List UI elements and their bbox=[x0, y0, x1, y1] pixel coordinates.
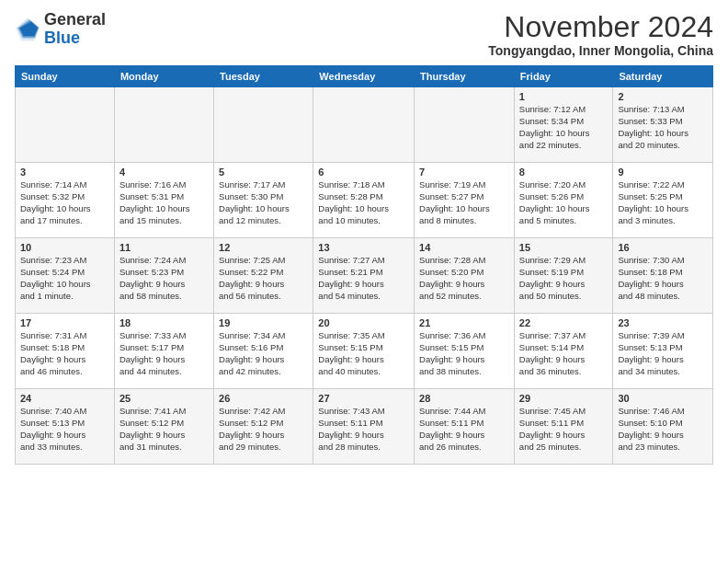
day-info: Sunrise: 7:46 AM Sunset: 5:10 PM Dayligh… bbox=[618, 406, 708, 453]
weekday-header-monday: Monday bbox=[114, 66, 213, 87]
day-cell-29: 29Sunrise: 7:45 AM Sunset: 5:11 PM Dayli… bbox=[514, 389, 613, 465]
day-info: Sunrise: 7:13 AM Sunset: 5:33 PM Dayligh… bbox=[618, 104, 708, 151]
day-info: Sunrise: 7:43 AM Sunset: 5:11 PM Dayligh… bbox=[318, 406, 409, 453]
day-number: 17 bbox=[20, 317, 109, 328]
day-number: 2 bbox=[618, 91, 708, 102]
day-info: Sunrise: 7:33 AM Sunset: 5:17 PM Dayligh… bbox=[119, 330, 209, 377]
day-info: Sunrise: 7:36 AM Sunset: 5:15 PM Dayligh… bbox=[419, 330, 509, 377]
day-cell-9: 9Sunrise: 7:22 AM Sunset: 5:25 PM Daylig… bbox=[613, 163, 713, 238]
day-number: 20 bbox=[318, 317, 409, 328]
day-cell-14: 14Sunrise: 7:28 AM Sunset: 5:20 PM Dayli… bbox=[415, 238, 515, 314]
day-info: Sunrise: 7:27 AM Sunset: 5:21 PM Dayligh… bbox=[318, 255, 409, 302]
empty-cell bbox=[214, 87, 313, 163]
day-cell-10: 10Sunrise: 7:23 AM Sunset: 5:24 PM Dayli… bbox=[16, 238, 115, 314]
day-info: Sunrise: 7:31 AM Sunset: 5:18 PM Dayligh… bbox=[20, 330, 109, 377]
month-title: November 2024 bbox=[488, 11, 713, 43]
day-info: Sunrise: 7:19 AM Sunset: 5:27 PM Dayligh… bbox=[419, 179, 509, 226]
day-info: Sunrise: 7:30 AM Sunset: 5:18 PM Dayligh… bbox=[618, 255, 708, 302]
day-cell-30: 30Sunrise: 7:46 AM Sunset: 5:10 PM Dayli… bbox=[613, 389, 713, 465]
day-info: Sunrise: 7:35 AM Sunset: 5:15 PM Dayligh… bbox=[318, 330, 409, 377]
day-cell-22: 22Sunrise: 7:37 AM Sunset: 5:14 PM Dayli… bbox=[514, 314, 613, 389]
day-cell-28: 28Sunrise: 7:44 AM Sunset: 5:11 PM Dayli… bbox=[415, 389, 515, 465]
empty-cell bbox=[114, 87, 213, 163]
empty-cell bbox=[415, 87, 515, 163]
day-cell-12: 12Sunrise: 7:25 AM Sunset: 5:22 PM Dayli… bbox=[214, 238, 313, 314]
day-cell-17: 17Sunrise: 7:31 AM Sunset: 5:18 PM Dayli… bbox=[16, 314, 115, 389]
day-number: 26 bbox=[219, 393, 308, 404]
day-number: 8 bbox=[519, 167, 609, 178]
day-info: Sunrise: 7:22 AM Sunset: 5:25 PM Dayligh… bbox=[618, 179, 708, 226]
day-number: 12 bbox=[219, 242, 308, 253]
day-cell-26: 26Sunrise: 7:42 AM Sunset: 5:12 PM Dayli… bbox=[214, 389, 313, 465]
day-info: Sunrise: 7:16 AM Sunset: 5:31 PM Dayligh… bbox=[119, 179, 209, 226]
day-number: 19 bbox=[219, 317, 308, 328]
day-number: 9 bbox=[618, 167, 708, 178]
header: General Blue November 2024 Tongyangdao, … bbox=[15, 11, 713, 58]
logo: General Blue bbox=[15, 11, 106, 48]
week-row-4: 17Sunrise: 7:31 AM Sunset: 5:18 PM Dayli… bbox=[16, 314, 713, 389]
day-number: 18 bbox=[119, 317, 209, 328]
day-cell-25: 25Sunrise: 7:41 AM Sunset: 5:12 PM Dayli… bbox=[114, 389, 213, 465]
page: General Blue November 2024 Tongyangdao, … bbox=[0, 0, 728, 563]
day-number: 27 bbox=[318, 393, 409, 404]
day-cell-5: 5Sunrise: 7:17 AM Sunset: 5:30 PM Daylig… bbox=[214, 163, 313, 238]
logo-icon bbox=[15, 17, 40, 42]
day-info: Sunrise: 7:45 AM Sunset: 5:11 PM Dayligh… bbox=[519, 406, 609, 453]
day-info: Sunrise: 7:24 AM Sunset: 5:23 PM Dayligh… bbox=[119, 255, 209, 302]
weekday-header-row: SundayMondayTuesdayWednesdayThursdayFrid… bbox=[16, 66, 713, 87]
day-cell-27: 27Sunrise: 7:43 AM Sunset: 5:11 PM Dayli… bbox=[313, 389, 415, 465]
day-number: 21 bbox=[419, 317, 509, 328]
logo-blue: Blue bbox=[44, 29, 80, 47]
week-row-1: 1Sunrise: 7:12 AM Sunset: 5:34 PM Daylig… bbox=[16, 87, 713, 163]
day-info: Sunrise: 7:41 AM Sunset: 5:12 PM Dayligh… bbox=[119, 406, 209, 453]
day-cell-11: 11Sunrise: 7:24 AM Sunset: 5:23 PM Dayli… bbox=[114, 238, 213, 314]
day-number: 3 bbox=[20, 167, 109, 178]
day-number: 28 bbox=[419, 393, 509, 404]
day-number: 13 bbox=[318, 242, 409, 253]
day-info: Sunrise: 7:23 AM Sunset: 5:24 PM Dayligh… bbox=[20, 255, 109, 302]
day-cell-20: 20Sunrise: 7:35 AM Sunset: 5:15 PM Dayli… bbox=[313, 314, 415, 389]
day-cell-24: 24Sunrise: 7:40 AM Sunset: 5:13 PM Dayli… bbox=[16, 389, 115, 465]
day-cell-16: 16Sunrise: 7:30 AM Sunset: 5:18 PM Dayli… bbox=[613, 238, 713, 314]
day-number: 15 bbox=[519, 242, 609, 253]
day-info: Sunrise: 7:39 AM Sunset: 5:13 PM Dayligh… bbox=[618, 330, 708, 377]
week-row-5: 24Sunrise: 7:40 AM Sunset: 5:13 PM Dayli… bbox=[16, 389, 713, 465]
day-number: 16 bbox=[618, 242, 708, 253]
title-block: November 2024 Tongyangdao, Inner Mongoli… bbox=[488, 11, 713, 58]
week-row-2: 3Sunrise: 7:14 AM Sunset: 5:32 PM Daylig… bbox=[16, 163, 713, 238]
empty-cell bbox=[16, 87, 115, 163]
day-info: Sunrise: 7:17 AM Sunset: 5:30 PM Dayligh… bbox=[219, 179, 308, 226]
day-number: 11 bbox=[119, 242, 209, 253]
week-row-3: 10Sunrise: 7:23 AM Sunset: 5:24 PM Dayli… bbox=[16, 238, 713, 314]
day-info: Sunrise: 7:20 AM Sunset: 5:26 PM Dayligh… bbox=[519, 179, 609, 226]
empty-cell bbox=[313, 87, 415, 163]
day-cell-23: 23Sunrise: 7:39 AM Sunset: 5:13 PM Dayli… bbox=[613, 314, 713, 389]
day-cell-4: 4Sunrise: 7:16 AM Sunset: 5:31 PM Daylig… bbox=[114, 163, 213, 238]
day-info: Sunrise: 7:37 AM Sunset: 5:14 PM Dayligh… bbox=[519, 330, 609, 377]
location: Tongyangdao, Inner Mongolia, China bbox=[488, 43, 713, 58]
day-cell-18: 18Sunrise: 7:33 AM Sunset: 5:17 PM Dayli… bbox=[114, 314, 213, 389]
day-cell-2: 2Sunrise: 7:13 AM Sunset: 5:33 PM Daylig… bbox=[613, 87, 713, 163]
day-cell-3: 3Sunrise: 7:14 AM Sunset: 5:32 PM Daylig… bbox=[16, 163, 115, 238]
weekday-header-sunday: Sunday bbox=[16, 66, 115, 87]
day-info: Sunrise: 7:42 AM Sunset: 5:12 PM Dayligh… bbox=[219, 406, 308, 453]
day-cell-19: 19Sunrise: 7:34 AM Sunset: 5:16 PM Dayli… bbox=[214, 314, 313, 389]
day-number: 30 bbox=[618, 393, 708, 404]
day-number: 25 bbox=[119, 393, 209, 404]
day-number: 4 bbox=[119, 167, 209, 178]
day-info: Sunrise: 7:25 AM Sunset: 5:22 PM Dayligh… bbox=[219, 255, 308, 302]
logo-general: General bbox=[44, 10, 106, 29]
day-cell-21: 21Sunrise: 7:36 AM Sunset: 5:15 PM Dayli… bbox=[415, 314, 515, 389]
calendar: SundayMondayTuesdayWednesdayThursdayFrid… bbox=[15, 65, 713, 465]
day-number: 24 bbox=[20, 393, 109, 404]
weekday-header-wednesday: Wednesday bbox=[313, 66, 415, 87]
weekday-header-tuesday: Tuesday bbox=[214, 66, 313, 87]
day-info: Sunrise: 7:29 AM Sunset: 5:19 PM Dayligh… bbox=[519, 255, 609, 302]
day-cell-6: 6Sunrise: 7:18 AM Sunset: 5:28 PM Daylig… bbox=[313, 163, 415, 238]
day-number: 1 bbox=[519, 91, 609, 102]
day-number: 23 bbox=[618, 317, 708, 328]
day-info: Sunrise: 7:14 AM Sunset: 5:32 PM Dayligh… bbox=[20, 179, 109, 226]
day-number: 22 bbox=[519, 317, 609, 328]
day-number: 6 bbox=[318, 167, 409, 178]
weekday-header-thursday: Thursday bbox=[415, 66, 515, 87]
